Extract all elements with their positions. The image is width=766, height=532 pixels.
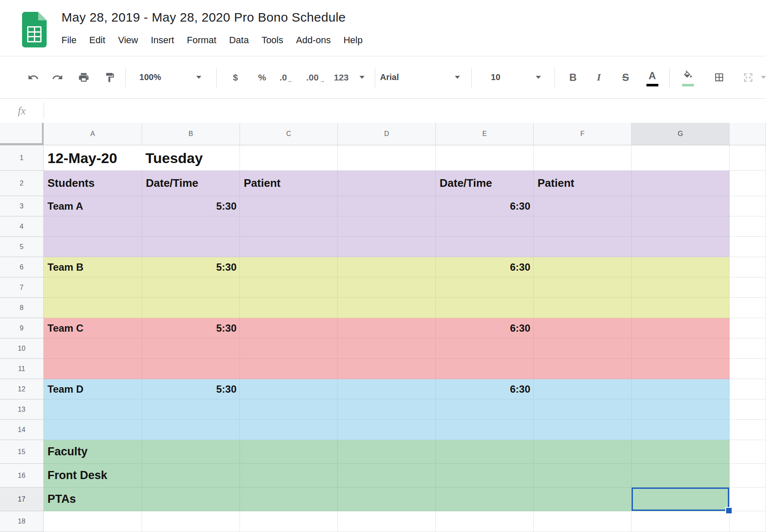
cell-a6[interactable]: Team B — [44, 257, 142, 277]
undo-button[interactable] — [25, 68, 41, 87]
cell-f6[interactable] — [534, 257, 632, 277]
cell-f12[interactable] — [534, 379, 632, 399]
cell-b14[interactable] — [142, 420, 240, 440]
row-header-9[interactable]: 9 — [0, 318, 44, 338]
row-header-10[interactable]: 10 — [0, 338, 44, 359]
cell-b12[interactable]: 5:30 — [142, 379, 240, 399]
menu-item-help[interactable]: Help — [343, 35, 362, 46]
cell-b9[interactable]: 5:30 — [142, 318, 240, 338]
row-header-18[interactable]: 18 — [0, 511, 44, 532]
cell-g15[interactable] — [632, 440, 730, 464]
row-header-13[interactable]: 13 — [0, 399, 44, 420]
cell-e6[interactable]: 6:30 — [436, 257, 534, 277]
cell-partial-5[interactable] — [730, 237, 766, 257]
cell-g2[interactable] — [632, 171, 730, 196]
row-header-7[interactable]: 7 — [0, 277, 44, 298]
cell-b5[interactable] — [142, 237, 240, 257]
row-header-16[interactable]: 16 — [0, 464, 44, 488]
cell-b6[interactable]: 5:30 — [142, 257, 240, 277]
borders-button[interactable] — [711, 68, 727, 87]
cell-f14[interactable] — [534, 420, 632, 440]
cell-partial-10[interactable] — [730, 338, 766, 359]
cell-partial-7[interactable] — [730, 277, 766, 298]
row-header-6[interactable]: 6 — [0, 257, 44, 277]
menu-item-tools[interactable]: Tools — [262, 35, 283, 46]
cell-f17[interactable] — [534, 488, 632, 511]
row-header-11[interactable]: 11 — [0, 359, 44, 379]
cell-partial-1[interactable] — [730, 145, 766, 171]
cell-partial-2[interactable] — [730, 171, 766, 196]
select-all-corner[interactable] — [0, 123, 44, 145]
cell-d13[interactable] — [338, 399, 436, 420]
cell-partial-17[interactable] — [730, 488, 766, 511]
cell-g3[interactable] — [632, 196, 730, 216]
cell-b13[interactable] — [142, 399, 240, 420]
cell-c16[interactable] — [240, 464, 338, 488]
cell-e4[interactable] — [436, 216, 534, 237]
font-size-select[interactable]: 10 — [482, 68, 545, 87]
cell-a18[interactable] — [44, 511, 142, 532]
cell-c8[interactable] — [240, 298, 338, 318]
row-header-14[interactable]: 14 — [0, 420, 44, 440]
cell-d2[interactable] — [338, 171, 436, 196]
menu-item-insert[interactable]: Insert — [151, 35, 174, 46]
cell-f8[interactable] — [534, 298, 632, 318]
cell-c6[interactable] — [240, 257, 338, 277]
cell-d7[interactable] — [338, 277, 436, 298]
cell-e10[interactable] — [436, 338, 534, 359]
format-currency-button[interactable]: $ — [228, 68, 243, 87]
cell-a4[interactable] — [44, 216, 142, 237]
cell-e13[interactable] — [436, 399, 534, 420]
column-header-partial[interactable] — [730, 123, 766, 145]
cell-c12[interactable] — [240, 379, 338, 399]
cell-e12[interactable]: 6:30 — [436, 379, 534, 399]
increase-decimal-button[interactable]: .00 → — [305, 68, 326, 87]
menu-item-edit[interactable]: Edit — [89, 35, 105, 46]
cell-b18[interactable] — [142, 511, 240, 532]
cell-e15[interactable] — [436, 440, 534, 464]
cell-b3[interactable]: 5:30 — [142, 196, 240, 216]
cell-a10[interactable] — [44, 338, 142, 359]
cell-a1[interactable]: 12-May-20Tuesday — [44, 145, 240, 171]
cell-a8[interactable] — [44, 298, 142, 318]
cell-f4[interactable] — [534, 216, 632, 237]
fill-color-button[interactable] — [679, 68, 697, 87]
cell-c5[interactable] — [240, 237, 338, 257]
cell-b8[interactable] — [142, 298, 240, 318]
cell-a5[interactable] — [44, 237, 142, 257]
cell-partial-15[interactable] — [730, 440, 766, 464]
cell-partial-11[interactable] — [730, 359, 766, 379]
cell-f18[interactable] — [534, 511, 632, 532]
cell-c1[interactable] — [240, 145, 338, 171]
cell-d16[interactable] — [338, 464, 436, 488]
cell-g17[interactable] — [632, 488, 730, 511]
row-header-5[interactable]: 5 — [0, 237, 44, 257]
cell-partial-13[interactable] — [730, 399, 766, 420]
cell-partial-9[interactable] — [730, 318, 766, 338]
cell-c2[interactable]: Patient — [240, 171, 338, 196]
cell-f15[interactable] — [534, 440, 632, 464]
print-button[interactable] — [76, 68, 92, 87]
cell-g9[interactable] — [632, 318, 730, 338]
cell-b10[interactable] — [142, 338, 240, 359]
cell-d18[interactable] — [338, 511, 436, 532]
cell-e1[interactable] — [436, 145, 534, 171]
cell-b15[interactable] — [142, 440, 240, 464]
cell-e14[interactable] — [436, 420, 534, 440]
cell-e7[interactable] — [436, 277, 534, 298]
paint-format-button[interactable] — [102, 68, 118, 87]
cell-partial-3[interactable] — [730, 196, 766, 216]
fill-handle[interactable] — [725, 507, 733, 514]
row-header-12[interactable]: 12 — [0, 379, 44, 399]
column-header-e[interactable]: E — [436, 123, 534, 145]
cell-c3[interactable] — [240, 196, 338, 216]
document-title[interactable]: May 28, 2019 - May 28, 2020 Pro Bono Sch… — [61, 10, 346, 25]
cell-partial-4[interactable] — [730, 216, 766, 237]
cell-partial-8[interactable] — [730, 298, 766, 318]
cell-g14[interactable] — [632, 420, 730, 440]
cell-e5[interactable] — [436, 237, 534, 257]
cell-a12[interactable]: Team D — [44, 379, 142, 399]
cell-a16[interactable]: Front Desk — [44, 464, 142, 488]
cell-e2[interactable]: Date/Time — [436, 171, 534, 196]
cell-partial-12[interactable] — [730, 379, 766, 399]
